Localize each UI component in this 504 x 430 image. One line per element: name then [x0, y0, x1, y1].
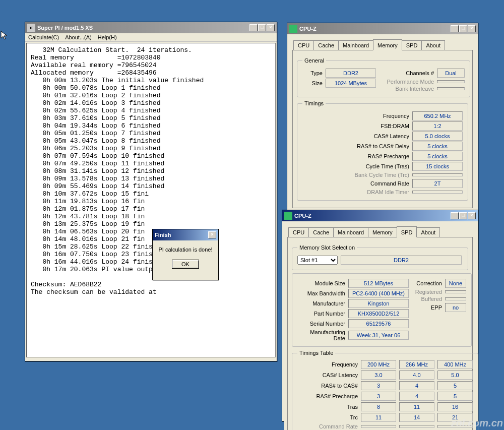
timing-cell: 11 — [361, 413, 396, 422]
tab-memory[interactable]: Memory — [373, 39, 402, 50]
tab-cpu[interactable]: CPU — [288, 227, 309, 237]
cpuz-spd-title: CPU-Z — [294, 213, 451, 219]
minimize-button[interactable]: _ — [249, 24, 258, 31]
timing-value: 1:2 — [412, 121, 463, 131]
finish-titlebar[interactable]: Finish × — [153, 229, 218, 240]
maximize-button[interactable]: □ — [459, 25, 467, 32]
finish-ok-button[interactable]: OK — [172, 260, 199, 269]
maximize-button[interactable]: □ — [258, 24, 266, 31]
cpuz-icon — [284, 212, 292, 220]
spd-right-label: Registered — [413, 289, 442, 295]
bankinter-label: Bank Interleave — [386, 86, 434, 92]
spd-label: Part Number — [297, 311, 345, 317]
spd-label: Serial Number — [297, 321, 345, 327]
superpi-title-text: Super PI / mod1.5 XS — [37, 25, 249, 31]
type-value: DDR2 — [326, 69, 376, 78]
minimize-button[interactable]: _ — [451, 25, 459, 32]
tab-cpu[interactable]: CPU — [293, 40, 314, 50]
timing-label: RAS# to CAS# Delay — [334, 143, 409, 149]
finish-title: Finish — [155, 232, 208, 238]
timing-cell: 8 — [361, 402, 396, 411]
tab-memory[interactable]: Memory — [368, 227, 397, 237]
perfmode-value — [437, 80, 465, 83]
tab-cache[interactable]: Cache — [313, 40, 339, 50]
timing-label: RAS# Precharge — [334, 153, 409, 159]
timing-cell: 11 — [399, 402, 434, 411]
timing-value: 650.2 MHz — [412, 111, 463, 120]
tab-mainboard[interactable]: Mainboard — [333, 227, 368, 237]
cpuz-memory-tabs: CPUCacheMainboardMemorySPDAbout — [292, 39, 473, 50]
cpuz-spd-tabs: CPUCacheMainboardMemorySPDAbout — [287, 226, 473, 237]
timing-value — [412, 173, 463, 176]
channels-value: Dual — [437, 69, 465, 78]
spd-info-fieldset: Module Size512 MBytesMax BandwidthPC2-64… — [292, 273, 472, 347]
maximize-button[interactable]: □ — [459, 212, 467, 219]
cpuz-memory-titlebar[interactable]: CPU-Z _ □ × — [287, 23, 478, 34]
spd-value: Kingston — [348, 299, 409, 308]
timing-value: 2T — [412, 179, 463, 188]
timings-legend: Timings — [302, 100, 326, 106]
tab-cache[interactable]: Cache — [308, 227, 334, 237]
watermark: zol.com.cn — [451, 417, 503, 429]
cpuz-spd-titlebar[interactable]: CPU-Z _ □ × — [282, 210, 478, 221]
spd-value: Week 31, Year 06 — [348, 331, 409, 340]
timing-cell: 4.0 — [399, 371, 434, 380]
superpi-titlebar[interactable]: π Super PI / mod1.5 XS _ □ × — [25, 22, 277, 33]
timing-freq-header: 400 MHz — [437, 360, 473, 369]
spd-label: Manufacturing Date — [297, 329, 345, 341]
timing-row-label: CAS# Latency — [297, 372, 358, 378]
spd-value: PC2-6400 (400 MHz) — [348, 289, 409, 298]
close-button[interactable]: × — [468, 212, 476, 219]
timings-table-legend: Timings Table — [297, 350, 335, 356]
general-fieldset: General TypeDDR2 Size1024 MBytes Channel… — [297, 57, 470, 97]
channels-label: Channels # — [386, 70, 434, 76]
spd-value: 65129576 — [348, 319, 409, 328]
tab-about[interactable]: About — [421, 40, 445, 50]
timing-cell — [361, 425, 396, 428]
spd-label: Module Size — [297, 280, 345, 286]
close-button[interactable]: × — [267, 24, 275, 31]
finish-message: PI calculation is done! — [157, 247, 214, 253]
timing-row-label: RAS# Precharge — [297, 393, 358, 399]
tab-spd[interactable]: SPD — [402, 40, 422, 50]
superpi-menubar: Calculate(C) About...(A) Help(H) — [25, 33, 277, 42]
finish-dialog: Finish × PI calculation is done! OK — [152, 229, 219, 280]
cpuz-memory-title: CPU-Z — [299, 26, 451, 32]
timing-label: Command Rate — [334, 180, 409, 187]
timing-cell: 3 — [361, 381, 396, 390]
menu-help[interactable]: Help(H) — [98, 34, 117, 40]
timing-head-label: Frequency — [297, 361, 358, 367]
menu-about[interactable]: About...(A) — [65, 34, 92, 40]
mouse-cursor-icon — [0, 30, 10, 40]
timing-cell: 14 — [399, 413, 434, 422]
spd-label: Manufacturer — [297, 300, 345, 306]
bankinter-value — [437, 87, 465, 90]
timing-label: DRAM Idle Timer — [334, 189, 409, 195]
tab-spd[interactable]: SPD — [397, 226, 417, 237]
timings-table-fieldset: Timings Table Frequency200 MHz266 MHz400… — [292, 350, 478, 430]
close-button[interactable]: × — [208, 231, 216, 238]
timing-cell — [399, 425, 434, 428]
spd-right-value: no — [445, 303, 466, 312]
tab-about[interactable]: About — [416, 227, 440, 237]
timing-cell: 16 — [437, 402, 473, 411]
size-value: 1024 MBytes — [326, 79, 376, 88]
tab-mainboard[interactable]: Mainboard — [338, 40, 373, 50]
close-button[interactable]: × — [468, 25, 476, 32]
timing-value: 5.0 clocks — [412, 132, 463, 141]
superpi-window: π Super PI / mod1.5 XS _ □ × Calculate(C… — [25, 22, 277, 361]
cpuz-spd-window: CPU-Z _ □ × CPUCacheMainboardMemorySPDAb… — [282, 210, 478, 421]
timing-value: 5 clocks — [412, 152, 463, 161]
timing-cell: 5.0 — [437, 371, 473, 380]
menu-calculate[interactable]: Calculate(C) — [28, 34, 59, 40]
timing-label: FSB:DRAM — [334, 123, 409, 129]
timing-cell: 5 — [437, 392, 473, 401]
timing-row-label: Trc — [297, 414, 358, 420]
general-legend: General — [302, 57, 326, 64]
spd-value: 512 MBytes — [348, 279, 409, 288]
spd-right-value: None — [445, 279, 466, 288]
slot-select[interactable]: Slot #1 — [297, 256, 338, 265]
superpi-icon: π — [27, 24, 35, 32]
minimize-button[interactable]: _ — [451, 212, 459, 219]
timing-cell: 5 — [437, 381, 473, 390]
